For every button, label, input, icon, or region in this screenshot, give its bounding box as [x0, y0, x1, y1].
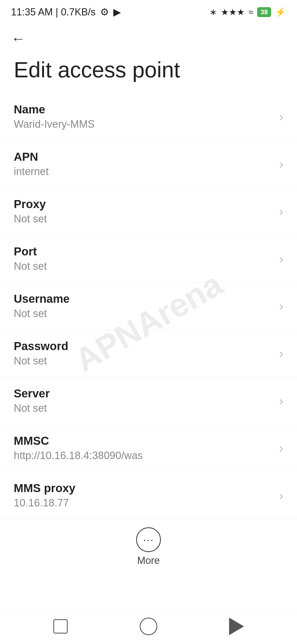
settings-item-content: Password Not set: [14, 340, 274, 367]
settings-item-content: MMSC http://10.16.18.4:38090/was: [14, 434, 274, 462]
chevron-right-icon: ›: [279, 441, 283, 455]
nav-recents-button[interactable]: [47, 615, 74, 637]
settings-item-value-7: http://10.16.18.4:38090/was: [14, 450, 274, 462]
chevron-right-icon: ›: [279, 346, 283, 361]
chevron-right-icon: ›: [279, 251, 283, 266]
gear-icon: ⚙: [100, 6, 109, 18]
back-icon: [229, 618, 244, 635]
nav-home-button[interactable]: [135, 615, 162, 637]
chevron-right-icon: ›: [279, 157, 283, 171]
more-button[interactable]: ··· More: [0, 519, 297, 572]
settings-item-label-5: Password: [14, 340, 274, 353]
more-label: More: [137, 555, 160, 566]
status-right: ∗ ★★★ ≈ 38 ⚡: [210, 7, 286, 17]
more-icon: ···: [136, 527, 161, 552]
settings-item-value-2: Not set: [14, 213, 274, 225]
settings-item-value-3: Not set: [14, 260, 274, 272]
settings-item-value-6: Not set: [14, 402, 274, 414]
chevron-right-icon: ›: [279, 299, 283, 313]
charging-icon: ⚡: [275, 7, 286, 17]
settings-item-value-0: Warid-Ivery-MMS: [14, 118, 274, 130]
settings-item-label-6: Server: [14, 387, 274, 400]
settings-item-label-8: MMS proxy: [14, 482, 274, 495]
settings-list: Name Warid-Ivery-MMS › APN internet › Pr…: [0, 93, 297, 519]
settings-item-value-8: 10.16.18.77: [14, 497, 274, 509]
settings-item-value-1: internet: [14, 166, 274, 178]
settings-item-label-2: Proxy: [14, 198, 274, 211]
status-left: 11:35 AM | 0.7KB/s ⚙ ▶: [11, 6, 121, 18]
settings-item-name[interactable]: Name Warid-Ivery-MMS ›: [0, 93, 297, 140]
settings-item-label-7: MMSC: [14, 434, 274, 447]
video-icon: ▶: [113, 6, 121, 18]
wifi-icon: ≈: [249, 7, 254, 17]
settings-item-value-5: Not set: [14, 355, 274, 367]
settings-item-proxy[interactable]: Proxy Not set ›: [0, 188, 297, 235]
chevron-right-icon: ›: [279, 204, 283, 219]
settings-item-port[interactable]: Port Not set ›: [0, 235, 297, 282]
settings-item-content: Name Warid-Ivery-MMS: [14, 103, 274, 130]
chevron-right-icon: ›: [279, 393, 283, 408]
page-title: Edit access point: [0, 50, 297, 93]
time-label: 11:35 AM | 0.7KB/s: [11, 6, 96, 18]
settings-item-password[interactable]: Password Not set ›: [0, 330, 297, 377]
settings-item-content: APN internet: [14, 150, 274, 178]
settings-item-label-4: Username: [14, 292, 274, 305]
back-button[interactable]: ←: [0, 22, 297, 50]
status-bar: 11:35 AM | 0.7KB/s ⚙ ▶ ∗ ★★★ ≈ 38 ⚡: [0, 0, 297, 22]
settings-item-content: Username Not set: [14, 292, 274, 320]
settings-item-label-0: Name: [14, 103, 274, 116]
settings-item-content: Proxy Not set: [14, 198, 274, 225]
recents-icon: [53, 619, 68, 634]
settings-item-content: MMS proxy 10.16.18.77: [14, 482, 274, 509]
settings-item-label-1: APN: [14, 150, 274, 163]
settings-item-content: Server Not set: [14, 387, 274, 414]
chevron-right-icon: ›: [279, 109, 283, 124]
home-icon: [140, 618, 157, 635]
bottom-nav: [0, 608, 297, 644]
signal-icon: ★★★: [221, 7, 245, 17]
settings-item-username[interactable]: Username Not set ›: [0, 282, 297, 330]
settings-item-label-3: Port: [14, 245, 274, 258]
settings-item-apn[interactable]: APN internet ›: [0, 140, 297, 188]
settings-item-mmsc[interactable]: MMSC http://10.16.18.4:38090/was ›: [0, 424, 297, 472]
battery-indicator: 38: [257, 7, 271, 17]
bluetooth-icon: ∗: [210, 7, 217, 17]
chevron-right-icon: ›: [279, 488, 283, 503]
settings-item-content: Port Not set: [14, 245, 274, 272]
settings-item-value-4: Not set: [14, 308, 274, 320]
settings-item-mms-proxy[interactable]: MMS proxy 10.16.18.77 ›: [0, 472, 297, 519]
nav-back-button[interactable]: [223, 615, 250, 637]
settings-item-server[interactable]: Server Not set ›: [0, 377, 297, 424]
